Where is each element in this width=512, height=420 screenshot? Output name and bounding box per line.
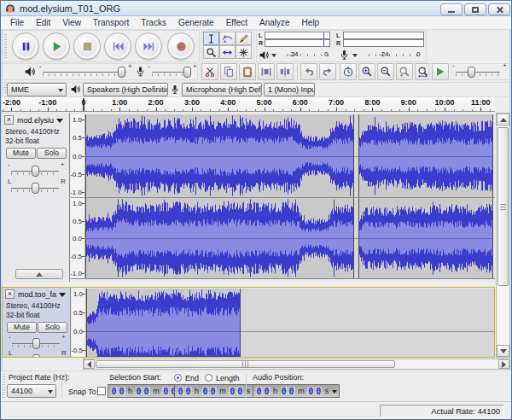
track-2-close-button[interactable]: ×	[5, 289, 15, 299]
selection-tool-button[interactable]	[203, 32, 219, 45]
scroll-down-button[interactable]	[497, 345, 509, 357]
snap-to-checkbox[interactable]	[97, 387, 106, 395]
track-1-channel-2-waveform[interactable]	[85, 198, 493, 278]
scroll-right-button[interactable]	[498, 359, 509, 369]
menu-generate[interactable]: Generate	[172, 16, 220, 30]
selection-toolbar-grip[interactable]	[3, 374, 5, 399]
track-2-channel-1-waveform[interactable]	[86, 289, 494, 358]
scroll-up-button[interactable]	[497, 114, 509, 125]
speed-slider-thumb[interactable]	[468, 67, 475, 78]
multi-tool-button[interactable]	[236, 45, 252, 59]
copy-button[interactable]	[220, 63, 237, 80]
recording-meter-mic-icon[interactable]	[339, 49, 350, 61]
track-1-channel-1-vertical-ruler[interactable]: 1.00.50.0-0.5-1.0	[71, 114, 85, 197]
zoom-tool-button[interactable]	[203, 45, 219, 59]
playback-meter-dropdown-arrow[interactable]	[271, 54, 276, 60]
skip-to-end-button[interactable]	[135, 32, 162, 60]
close-icon	[496, 6, 503, 14]
track-2-title-menu[interactable]: mod.too_fa	[16, 289, 69, 300]
menu-analyze[interactable]: Analyze	[253, 16, 296, 30]
vertical-scroll-thumb[interactable]	[497, 127, 509, 286]
menu-file[interactable]: File	[4, 16, 30, 30]
cut-button[interactable]	[201, 63, 218, 80]
track-1-pan-thumb[interactable]	[32, 183, 39, 194]
menu-tracks[interactable]: Tracks	[135, 16, 172, 30]
track-1-pan-slider[interactable]	[11, 183, 59, 194]
output-volume-slider[interactable]	[43, 67, 126, 78]
playback-meter-right-bar[interactable]	[265, 39, 330, 47]
output-volume-slider-thumb[interactable]	[118, 67, 125, 78]
recording-channels-select[interactable]: 1 (Mono) Inpu	[264, 83, 315, 96]
skip-to-start-button[interactable]	[104, 32, 131, 60]
track-2-mute-button[interactable]: Mute	[7, 322, 37, 333]
length-radio[interactable]	[205, 374, 212, 382]
track-2-pan-thumb[interactable]	[32, 354, 40, 358]
play-at-speed-button[interactable]	[432, 63, 449, 80]
track-1-channel-1-waveform[interactable]	[85, 114, 493, 197]
track-2-channel-1-vertical-ruler[interactable]: 1.00.50.0-0.5-1.0	[72, 289, 86, 358]
horizontal-scroll-thumb[interactable]	[96, 360, 395, 368]
playback-device-select[interactable]: Speakers (High Definitio	[83, 83, 168, 96]
end-radio[interactable]	[174, 374, 182, 382]
timeline-ruler[interactable]: -2:00-1:0001:002:003:004:005:006:007:008…	[2, 97, 495, 112]
envelope-tool-button[interactable]	[219, 32, 236, 45]
timeline-minor-tick	[472, 109, 473, 111]
input-volume-slider-thumb[interactable]	[183, 67, 191, 78]
minimize-button[interactable]	[440, 3, 463, 15]
timeline-minor-tick	[183, 109, 183, 111]
selection-end-field[interactable]: 00 h 00 m 00 s	[174, 384, 261, 398]
stop-button[interactable]	[73, 32, 101, 60]
track-1-close-button[interactable]: ×	[4, 115, 14, 125]
track-1-title-menu[interactable]: mod.elysiu	[15, 115, 68, 125]
track-1-mute-button[interactable]: Mute	[6, 148, 36, 159]
menu-transport[interactable]: Transport	[87, 16, 135, 30]
playback-speed-slider[interactable]	[456, 67, 500, 78]
recording-meter-dropdown-arrow[interactable]	[352, 54, 358, 60]
track-2-pan-slider[interactable]	[12, 354, 60, 358]
track-2-gain-slider[interactable]	[12, 338, 60, 349]
play-button[interactable]	[43, 32, 70, 60]
vertical-scrollbar[interactable]	[496, 113, 510, 358]
track-1-gain-thumb[interactable]	[32, 166, 39, 177]
title-bar[interactable]: mod.elysium_T01_ORG	[1, 1, 511, 16]
undo-button[interactable]	[300, 63, 317, 80]
timefield-dropdown-arrow[interactable]	[332, 390, 337, 396]
track-2-solo-button[interactable]: Solo	[38, 322, 67, 333]
sync-lock-button[interactable]	[340, 63, 357, 80]
maximize-button[interactable]	[464, 3, 486, 15]
record-button[interactable]	[167, 32, 195, 60]
track-1-channel-2-vertical-ruler[interactable]: 1.00.50.0-0.5-1.0	[71, 198, 85, 278]
timeshift-tool-button[interactable]	[219, 45, 236, 59]
audio-host-select[interactable]: MME	[7, 83, 67, 96]
playback-meter-speaker-icon[interactable]	[259, 50, 270, 61]
track-1-gain-slider[interactable]	[11, 166, 59, 177]
pause-button[interactable]	[12, 32, 39, 60]
redo-button[interactable]	[319, 63, 336, 80]
input-volume-slider[interactable]	[152, 67, 191, 78]
trim-button[interactable]	[258, 63, 275, 80]
menu-edit[interactable]: Edit	[30, 16, 56, 30]
silence-button[interactable]	[276, 63, 294, 80]
zoom-in-button[interactable]	[358, 63, 375, 80]
horizontal-scrollbar[interactable]	[83, 359, 510, 370]
recording-device-select[interactable]: Microphone (High Defini	[182, 83, 262, 96]
fit-selection-button[interactable]	[396, 63, 413, 80]
recording-meter-left-bar[interactable]	[343, 32, 424, 39]
track-2-gain-thumb[interactable]	[32, 338, 40, 349]
track-1-solo-button[interactable]: Solo	[37, 148, 67, 159]
recording-meter-right-bar[interactable]	[343, 39, 424, 47]
close-button[interactable]	[488, 3, 510, 15]
selection-toolbar-separator	[246, 374, 247, 398]
transport-grip[interactable]	[4, 34, 7, 58]
menu-view[interactable]: View	[56, 16, 87, 30]
track-1-collapse-button[interactable]	[15, 269, 63, 279]
audio-position-field[interactable]: 00 h 00 m 00 s	[253, 384, 340, 398]
menu-effect[interactable]: Effect	[220, 16, 253, 30]
scroll-left-button[interactable]	[84, 359, 95, 369]
project-rate-select[interactable]: 44100	[7, 384, 56, 398]
playback-meter-left-bar[interactable]	[265, 32, 330, 39]
paste-button[interactable]	[239, 63, 256, 80]
zoom-out-button[interactable]	[377, 63, 394, 80]
menu-help[interactable]: Help	[296, 16, 326, 30]
draw-tool-button[interactable]	[236, 32, 252, 45]
